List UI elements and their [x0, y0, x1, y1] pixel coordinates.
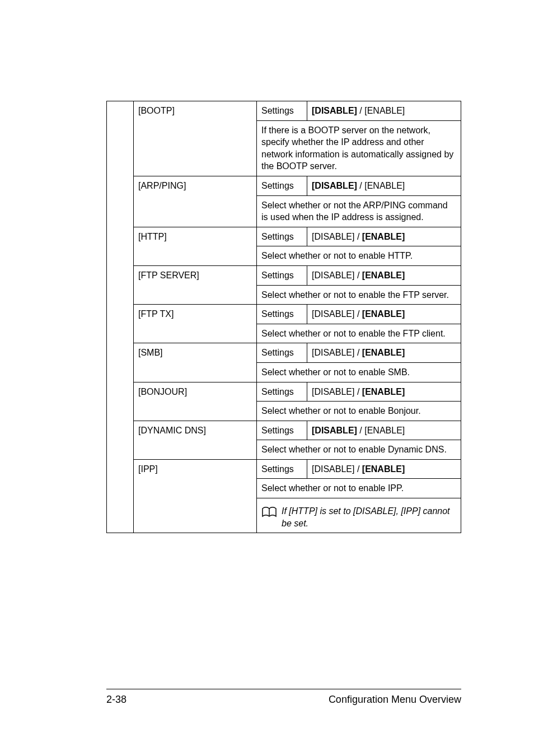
settings-value: [DISABLE] / [ENABLE] [307, 382, 461, 402]
row-note: If [HTTP] is set to [DISABLE], [IPP] can… [257, 498, 461, 533]
row-label: [DYNAMIC DNS] [134, 421, 257, 459]
settings-value: [DISABLE] / [ENABLE] [307, 227, 461, 246]
footer-title: Configuration Menu Overview [329, 694, 461, 706]
table-row: [BONJOUR] Settings [DISABLE] / [ENABLE] [107, 382, 461, 402]
table-row: [BOOTP] Settings [DISABLE] / [ENABLE] [107, 101, 461, 121]
settings-value: [DISABLE] / [ENABLE] [307, 343, 461, 363]
settings-value: [DISABLE] / [ENABLE] [307, 305, 461, 324]
row-desc: Select whether or not to enable SMB. [257, 362, 461, 382]
settings-label: Settings [257, 176, 307, 195]
settings-label: Settings [257, 101, 307, 121]
row-label: [FTP SERVER] [134, 265, 257, 304]
settings-label: Settings [257, 421, 307, 440]
row-desc: Select whether or not to enable IPP. [257, 479, 461, 498]
table-row: [ARP/PING] Settings [DISABLE] / [ENABLE] [107, 176, 461, 195]
left-empty-cell [107, 101, 134, 533]
note-text: If [HTTP] is set to [DISABLE], [IPP] can… [282, 505, 456, 529]
settings-table: [BOOTP] Settings [DISABLE] / [ENABLE] If… [106, 101, 461, 533]
row-desc: Select whether or not to enable the FTP … [257, 324, 461, 343]
row-label: [HTTP] [134, 227, 257, 265]
row-desc: Select whether or not to enable Bonjour. [257, 402, 461, 421]
table-row: [FTP SERVER] Settings [DISABLE] / [ENABL… [107, 265, 461, 285]
row-desc: If there is a BOOTP server on the networ… [257, 120, 461, 176]
table-row: [IPP] Settings [DISABLE] / [ENABLE] [107, 459, 461, 479]
row-label: [SMB] [134, 343, 257, 382]
settings-label: Settings [257, 382, 307, 402]
settings-value: [DISABLE] / [ENABLE] [307, 176, 461, 195]
settings-value: [DISABLE] / [ENABLE] [307, 265, 461, 285]
settings-label: Settings [257, 305, 307, 324]
page-footer: 2-38 Configuration Menu Overview [106, 689, 461, 706]
table-row: [SMB] Settings [DISABLE] / [ENABLE] [107, 343, 461, 363]
settings-value: [DISABLE] / [ENABLE] [307, 421, 461, 440]
settings-label: Settings [257, 459, 307, 479]
settings-value: [DISABLE] / [ENABLE] [307, 459, 461, 479]
row-label: [IPP] [134, 459, 257, 533]
note-book-icon [261, 506, 277, 519]
table-row: [FTP TX] Settings [DISABLE] / [ENABLE] [107, 305, 461, 324]
row-desc: Select whether or not to enable HTTP. [257, 246, 461, 266]
row-desc: Select whether or not to enable the FTP … [257, 285, 461, 305]
row-label: [ARP/PING] [134, 176, 257, 227]
page: [BOOTP] Settings [DISABLE] / [ENABLE] If… [0, 0, 534, 756]
table-row: [HTTP] Settings [DISABLE] / [ENABLE] [107, 227, 461, 246]
settings-label: Settings [257, 227, 307, 246]
row-label: [BONJOUR] [134, 382, 257, 421]
settings-label: Settings [257, 265, 307, 285]
settings-value: [DISABLE] / [ENABLE] [307, 101, 461, 121]
row-desc: Select whether or not to enable Dynamic … [257, 440, 461, 460]
page-number: 2-38 [106, 694, 127, 706]
row-desc: Select whether or not the ARP/PING comma… [257, 195, 461, 227]
row-label: [FTP TX] [134, 305, 257, 343]
settings-label: Settings [257, 343, 307, 363]
row-label: [BOOTP] [134, 101, 257, 176]
table-row: [DYNAMIC DNS] Settings [DISABLE] / [ENAB… [107, 421, 461, 440]
